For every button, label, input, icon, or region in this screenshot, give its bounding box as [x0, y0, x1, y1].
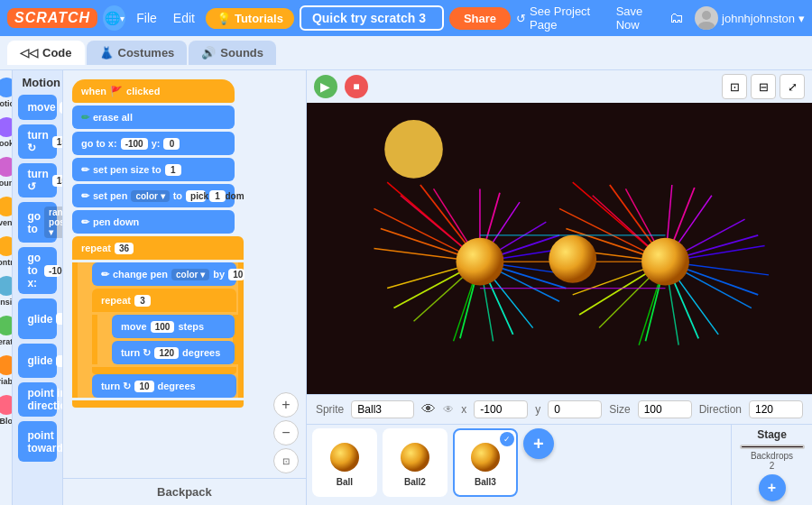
project-title-input[interactable] [300, 5, 444, 31]
ball-left [456, 238, 503, 286]
sprite-name-input[interactable] [351, 400, 414, 418]
zoom-fit-button[interactable]: ⊡ [273, 448, 299, 473]
show-icon[interactable]: 👁 [421, 401, 436, 418]
blocks-heading: Motion [18, 76, 57, 89]
sprite-label: Sprite [316, 403, 344, 416]
control-dot [0, 236, 13, 256]
category-control[interactable]: Control [0, 233, 13, 271]
folder-icon[interactable]: 🗂 [669, 10, 684, 26]
backpack-label: Backpack [157, 485, 212, 499]
green-flag-button[interactable]: ▶ [314, 75, 337, 98]
script-block-change-pen-color[interactable]: ✏ change pen color ▾ by 10 [92, 262, 236, 286]
refresh-icon: ↺ [516, 12, 526, 25]
y-label: y [535, 403, 540, 416]
block-point-direction[interactable]: point in direction 90 [18, 382, 57, 417]
block-glide-xy[interactable]: glide 1 secs to x: -100 y: 0 [18, 344, 57, 378]
operators-label: Operators [0, 337, 13, 346]
save-now-button[interactable]: Save Now [616, 5, 664, 32]
x-input[interactable] [474, 400, 528, 418]
block-turn-cw[interactable]: turn ↻ 15 degrees [18, 124, 57, 159]
repeat-3-cap [92, 367, 236, 374]
category-motion[interactable]: Motion [0, 74, 13, 112]
stop-button[interactable]: ■ [345, 75, 368, 98]
block-move[interactable]: move 10 steps [18, 95, 57, 120]
script-block-move-100[interactable]: move 100 steps [112, 315, 235, 338]
block-turn-ccw[interactable]: turn ↺ 15 degrees [18, 163, 57, 197]
zoom-out-button[interactable]: − [273, 420, 299, 445]
sprite-thumb-ball3[interactable]: Ball3 ✓ [453, 428, 518, 497]
stage-visualization [307, 103, 812, 394]
hide-icon[interactable]: 👁 [443, 403, 454, 416]
svg-point-0 [702, 11, 711, 20]
tab-sounds[interactable]: 🔊 Sounds [189, 41, 276, 65]
category-variables[interactable]: Variables [0, 352, 13, 390]
code-icon: ◁◁ [20, 46, 38, 60]
script-block-pen-down[interactable]: ✏ pen down [72, 210, 235, 234]
script-block-turn-120[interactable]: turn ↻ 120 degrees [112, 341, 235, 364]
ball-middle [549, 235, 596, 283]
script-block-repeat-36[interactable]: repeat 36 [72, 236, 244, 260]
scratch-logo[interactable]: SCRATCH [7, 8, 97, 28]
language-button[interactable]: 🌐 ▾ [103, 5, 125, 31]
size-input[interactable] [638, 400, 692, 418]
tab-costumes[interactable]: 👗 Costumes [87, 41, 188, 65]
sprite-thumb-ball2[interactable]: Ball2 [383, 428, 448, 497]
category-sound[interactable]: Sound [0, 153, 13, 191]
sprite-list: Ball Ball2 [307, 425, 731, 505]
script-block-set-pen-color[interactable]: ✏ set pen color ▾ to pick random 1 [72, 184, 235, 207]
user-name: johnhjohnston [722, 12, 795, 25]
repeat-3-body: move 100 steps turn ↻ 120 degrees [92, 315, 238, 364]
add-backdrop-button[interactable]: + [759, 474, 786, 501]
y-input[interactable] [548, 400, 602, 418]
edit-menu[interactable]: Edit [168, 9, 200, 27]
stage-section-label: Stage [757, 428, 787, 441]
variables-label: Variables [0, 377, 13, 386]
flag-icon: 🚩 [110, 86, 123, 97]
block-glide-random[interactable]: glide 1 secs to random position ▾ [18, 298, 57, 339]
share-button[interactable]: Share [449, 7, 511, 30]
user-menu[interactable]: johnhjohnston ▾ [695, 6, 805, 30]
user-avatar [695, 6, 718, 30]
script-block-turn-10[interactable]: turn ↻ 10 degrees [92, 374, 236, 398]
category-looks[interactable]: Looks [0, 114, 13, 152]
script-block-when-clicked[interactable]: when 🚩 clicked [72, 79, 235, 103]
stage-thumbnail[interactable] [740, 445, 805, 449]
pen-icon3: ✏ [81, 190, 89, 202]
script-block-repeat-3[interactable]: repeat 3 [92, 289, 236, 312]
tutorials-button[interactable]: 💡 Tutorials [206, 8, 294, 29]
svg-point-1 [698, 22, 715, 30]
pen-icon4: ✏ [81, 216, 89, 228]
category-sensing[interactable]: Sensing [0, 272, 13, 310]
sprite-thumb-ball2-label: Ball2 [404, 477, 426, 487]
small-stage-button[interactable]: ⊡ [722, 74, 747, 99]
repeat-3-block: repeat 3 move 100 steps turn ↻ [92, 289, 238, 374]
script-block-set-pen-size[interactable]: ✏ set pen size to 1 [72, 158, 235, 181]
ball-svg [328, 441, 361, 473]
file-menu[interactable]: File [131, 9, 162, 27]
ball-right [641, 238, 689, 286]
see-project-page-button[interactable]: ↺ See Project Page [516, 5, 611, 32]
sound-dot [0, 157, 13, 177]
script-block-goto-xy[interactable]: go to x: -100 y: 0 [72, 132, 235, 155]
svg-point-56 [401, 443, 429, 472]
scripts-panel: when 🚩 clicked ✏ erase all go to x: -100… [63, 70, 307, 505]
zoom-in-button[interactable]: + [273, 392, 299, 418]
direction-input[interactable] [749, 400, 803, 418]
backpack-bar[interactable]: Backpack [63, 478, 306, 505]
category-events[interactable]: Events [0, 193, 13, 231]
fullscreen-button[interactable]: ⤢ [780, 74, 805, 99]
block-goto-xy[interactable]: go to x: -100 y: 0 [18, 247, 57, 294]
block-goto-random[interactable]: go to random position ▾ [18, 202, 57, 243]
costumes-icon: 👗 [99, 46, 114, 60]
category-operators[interactable]: Operators [0, 312, 13, 350]
tab-code[interactable]: ◁◁ Code [7, 41, 85, 65]
sensing-dot [0, 276, 13, 296]
block-point-towards[interactable]: point towards mouse-pointer ▾ [18, 421, 57, 462]
backdrops-info: Backdrops 2 [751, 451, 793, 471]
sprite-thumb-ball[interactable]: Ball [312, 428, 377, 497]
script-block-erase-all[interactable]: ✏ erase all [72, 106, 235, 129]
add-sprite-button[interactable]: + [523, 428, 554, 459]
large-stage-button[interactable]: ⊟ [751, 74, 776, 99]
category-myblocks[interactable]: My Blocks [0, 391, 13, 429]
svg-point-57 [471, 443, 500, 472]
